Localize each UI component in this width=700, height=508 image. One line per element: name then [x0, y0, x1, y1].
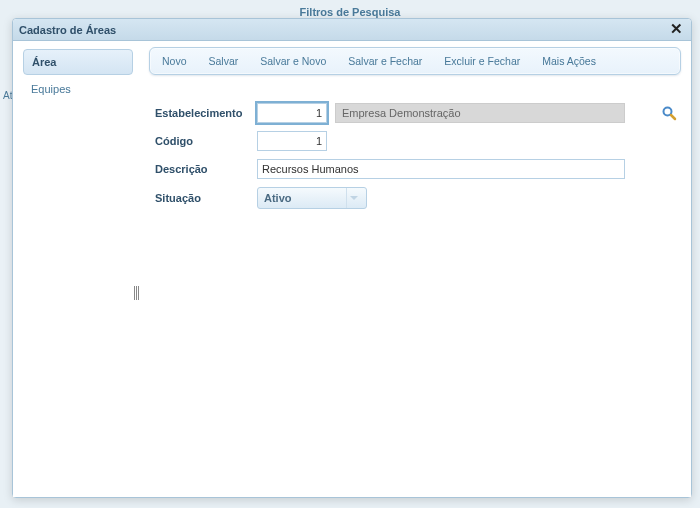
- mais-acoes-button[interactable]: Mais Ações: [542, 55, 596, 67]
- search-icon[interactable]: [661, 105, 677, 121]
- row-estabelecimento: Estabelecimento Empresa Demonstração: [155, 103, 681, 123]
- tab-area[interactable]: Área: [23, 49, 133, 75]
- input-descricao[interactable]: [257, 159, 625, 179]
- tab-equipes[interactable]: Equipes: [23, 77, 133, 101]
- select-situacao-value: Ativo: [264, 192, 292, 204]
- dialog-body: Área Equipes Novo Salvar Salvar e Novo S…: [13, 41, 691, 497]
- row-situacao: Situação Ativo: [155, 187, 681, 209]
- row-codigo: Código: [155, 131, 681, 151]
- background-title: Filtros de Pesquisa: [300, 6, 401, 18]
- label-estabelecimento: Estabelecimento: [155, 107, 257, 119]
- input-estabelecimento[interactable]: [257, 103, 327, 123]
- salvar-novo-button[interactable]: Salvar e Novo: [260, 55, 326, 67]
- chevron-down-icon: [346, 188, 360, 208]
- form: Estabelecimento Empresa Demonstração Cód…: [149, 103, 681, 209]
- row-descricao: Descrição: [155, 159, 681, 179]
- salvar-fechar-button[interactable]: Salvar e Fechar: [348, 55, 422, 67]
- label-codigo: Código: [155, 135, 257, 147]
- dialog-title: Cadastro de Áreas: [19, 24, 667, 36]
- left-tabs: Área Equipes: [13, 41, 143, 497]
- close-button[interactable]: ✕: [667, 21, 685, 39]
- select-situacao[interactable]: Ativo: [257, 187, 367, 209]
- dialog: Cadastro de Áreas ✕ Área Equipes Novo Sa…: [12, 18, 692, 498]
- dialog-titlebar[interactable]: Cadastro de Áreas ✕: [13, 19, 691, 41]
- toolbar: Novo Salvar Salvar e Novo Salvar e Fecha…: [149, 47, 681, 75]
- svg-line-1: [671, 115, 675, 119]
- excluir-fechar-button[interactable]: Excluir e Fechar: [444, 55, 520, 67]
- close-icon: ✕: [670, 20, 683, 37]
- splitter-handle[interactable]: [134, 286, 140, 300]
- novo-button[interactable]: Novo: [162, 55, 187, 67]
- label-situacao: Situação: [155, 192, 257, 204]
- display-estabelecimento: Empresa Demonstração: [335, 103, 625, 123]
- salvar-button[interactable]: Salvar: [209, 55, 239, 67]
- label-descricao: Descrição: [155, 163, 257, 175]
- input-codigo[interactable]: [257, 131, 327, 151]
- right-content: Novo Salvar Salvar e Novo Salvar e Fecha…: [143, 41, 691, 497]
